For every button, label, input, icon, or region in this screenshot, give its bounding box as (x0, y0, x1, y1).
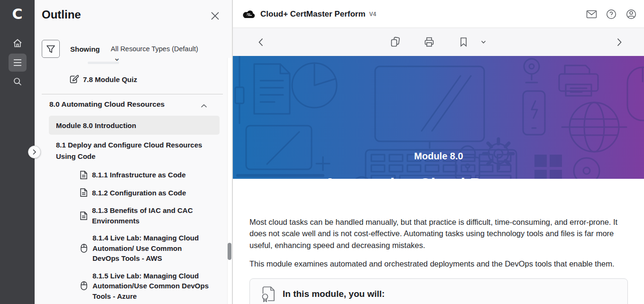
print-button[interactable] (423, 37, 435, 47)
mail-button[interactable] (586, 9, 597, 20)
outline-panel: Outline Showing All Resource Types (Defa… (35, 0, 232, 304)
outline-scrollbar-track[interactable] (227, 58, 232, 304)
copy-icon (390, 37, 400, 48)
outline-scrollbar-thumb[interactable] (228, 243, 231, 260)
certificate-icon (261, 286, 276, 302)
lab-mouse-icon (80, 243, 88, 253)
chevron-up-icon[interactable] (201, 101, 207, 110)
app-version: V4 (369, 11, 377, 18)
menu-icon (13, 59, 22, 66)
banner-module-title: Automating Cloud Resources (233, 175, 644, 179)
document-icon (80, 211, 88, 221)
outline-item-8-1-4[interactable]: 8.1.4 Live Lab: Managing Cloud Automatio… (35, 233, 227, 264)
outline-title: Outline (42, 8, 81, 21)
chevron-left-icon (258, 38, 263, 46)
filter-row: Showing All Resource Types (Default) (42, 40, 198, 58)
search-icon (13, 77, 22, 86)
mail-icon (586, 10, 597, 18)
banner-module-label: Module 8.0 (233, 151, 644, 162)
panel-collapse-chevron-icon (32, 149, 37, 155)
print-icon (424, 37, 434, 47)
app-title: Cloud+ CertMaster Perform (260, 9, 366, 19)
filter-button[interactable] (42, 40, 60, 58)
outline-menu-button[interactable] (9, 54, 27, 72)
outline-item-8-1[interactable]: 8.1 Deploy and Configure Cloud Resources… (35, 139, 212, 162)
close-icon (211, 11, 220, 20)
intro-paragraph: Most cloud tasks can be handled manually… (249, 216, 628, 251)
quiz-edit-icon (69, 74, 79, 84)
module-objectives-callout: In this module, you will: (249, 278, 628, 304)
outline-item-label: 8.1.3 Benefits of IAC and CAC Environmen… (92, 205, 209, 226)
bookmark-button[interactable] (458, 37, 469, 47)
outline-item-module-intro-selected[interactable]: Module 8.0 Introduction (49, 116, 220, 135)
outline-item-label: 7.8 Module Quiz (83, 75, 137, 83)
help-button[interactable] (606, 9, 617, 20)
brand-logo[interactable]: C (0, 6, 35, 22)
copy-button[interactable] (389, 37, 401, 48)
previous-page-button[interactable] (254, 28, 268, 56)
filter-showing-label: Showing (70, 45, 100, 53)
document-icon (80, 188, 88, 197)
outline-divider (42, 94, 223, 94)
outline-item-label: 8.1.2 Configuration as Code (92, 188, 186, 198)
next-page-button[interactable] (612, 28, 626, 56)
outline-item-label: 8.1.1 Infrastructure as Code (92, 170, 186, 180)
document-icon (80, 170, 88, 180)
outline-section-label: 8.0 Automating Cloud Resources (49, 100, 165, 108)
clipped-item-fragment: ⌄ (35, 58, 227, 66)
cloud-brand-icon (242, 9, 256, 19)
callout-heading: In this module, you will: (283, 289, 385, 299)
bookmark-menu-button[interactable] (478, 40, 489, 44)
profile-icon (626, 9, 636, 19)
search-button[interactable] (9, 73, 27, 91)
module-banner: Module 8.0 Automating Cloud Resources (233, 56, 644, 179)
panel-collapse-button[interactable] (28, 146, 41, 158)
home-button[interactable] (9, 34, 27, 52)
module-overview-paragraph: This module examines automated and orche… (249, 258, 628, 269)
filter-funnel-icon (46, 45, 55, 54)
outline-item-label: 8.1.5 Live Lab: Managing Cloud Automatio… (92, 271, 209, 302)
outline-item-8-1-3[interactable]: 8.1.3 Benefits of IAC and CAC Environmen… (35, 205, 227, 226)
header-icons (586, 0, 637, 28)
brand: Cloud+ CertMaster Perform V4 (242, 0, 376, 28)
toolbar (233, 28, 644, 56)
close-outline-button[interactable] (209, 10, 221, 21)
outline-list: ⌄ 7.8 Module Quiz 8.0 Automating Cloud R… (35, 58, 227, 304)
main-content: Cloud+ CertMaster Perform V4 (232, 0, 644, 304)
outline-section-8-0[interactable]: 8.0 Automating Cloud Resources (35, 100, 227, 109)
outline-item-label: 8.1.4 Live Lab: Managing Cloud Automatio… (92, 233, 209, 264)
outline-item-8-1-2[interactable]: 8.1.2 Configuration as Code (35, 188, 227, 198)
lab-mouse-icon (80, 281, 88, 291)
outline-item-8-1-5[interactable]: 8.1.5 Live Lab: Managing Cloud Automatio… (35, 271, 227, 302)
profile-button[interactable] (626, 9, 637, 20)
app-header: Cloud+ CertMaster Perform V4 (233, 0, 644, 28)
outline-item-module-quiz[interactable]: 7.8 Module Quiz (35, 74, 227, 84)
outline-item-8-1-1[interactable]: 8.1.1 Infrastructure as Code (35, 170, 227, 180)
help-icon (606, 9, 616, 19)
outline-item-label: Module 8.0 Introduction (56, 121, 136, 129)
article-body: Most cloud tasks can be handled manually… (249, 179, 628, 304)
bookmark-icon (460, 37, 468, 47)
outline-item-label: 8.1 Deploy and Configure Cloud Resources… (56, 141, 202, 160)
filter-value[interactable]: All Resource Types (Default) (111, 45, 198, 53)
chevron-down-icon (481, 40, 486, 44)
home-icon (12, 38, 23, 48)
chevron-right-icon (617, 38, 622, 46)
toolbar-center-group (389, 28, 512, 56)
